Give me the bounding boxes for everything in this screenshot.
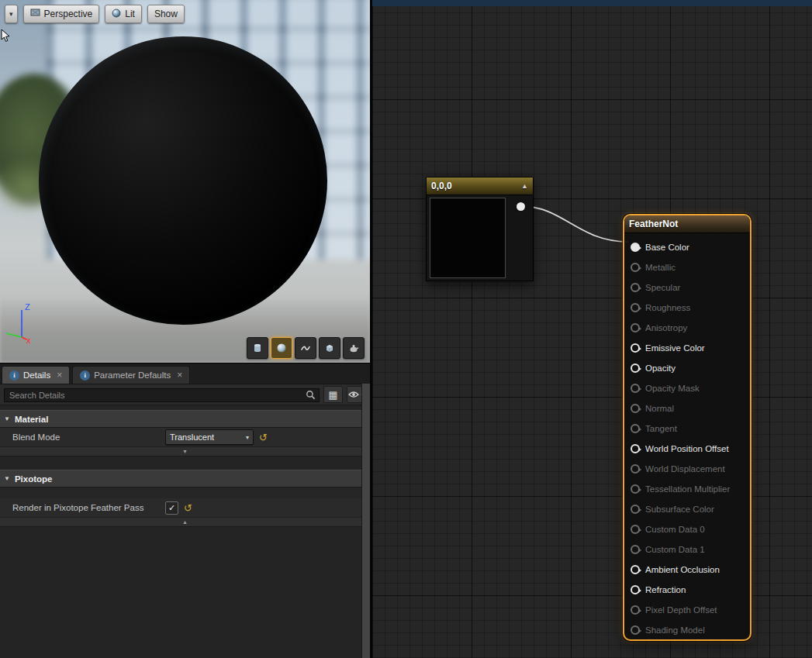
lit-mode-button[interactable]: Lit: [105, 5, 142, 23]
pixotope-section-label: Pixotope: [15, 474, 53, 484]
material-pin-roughness[interactable]: Roughness: [631, 298, 750, 318]
pin-icon[interactable]: [631, 283, 640, 292]
pin-icon[interactable]: [631, 444, 640, 453]
pin-icon[interactable]: [631, 424, 640, 433]
preview-mesh-cube-button[interactable]: [319, 337, 340, 359]
preview-mesh-cylinder-button[interactable]: [247, 337, 268, 359]
spacer-row: [0, 487, 370, 498]
pin-icon[interactable]: [631, 243, 640, 252]
constant-output-pin[interactable]: [517, 202, 525, 211]
pin-icon[interactable]: [631, 545, 640, 554]
material-preview-sphere[interactable]: [39, 36, 327, 325]
search-details-input[interactable]: [4, 388, 320, 402]
pin-icon[interactable]: [631, 384, 640, 393]
unreal-material-editor: ▾ Perspective Lit Show: [0, 0, 812, 658]
material-pin-base-color[interactable]: Base Color: [631, 237, 750, 257]
material-graph-panel[interactable]: 0,0,0 ▲ FeatherNot Base ColorMetallicSpe…: [372, 0, 812, 658]
material-pin-anisotropy[interactable]: Anisotropy: [631, 318, 750, 338]
material-output-node[interactable]: FeatherNot Base ColorMetallicSpecularRou…: [623, 214, 752, 641]
pin-icon[interactable]: [631, 625, 640, 635]
material-pin-world-position-offset[interactable]: World Position Offset: [631, 439, 750, 459]
material-pin-tangent[interactable]: Tangent: [631, 419, 750, 439]
pin-icon[interactable]: [631, 565, 640, 574]
viewport-panel[interactable]: ▾ Perspective Lit Show: [0, 0, 370, 363]
blend-mode-label: Blend Mode: [0, 432, 165, 442]
output-node-pins: Base ColorMetallicSpecularRoughnessAniso…: [624, 233, 750, 640]
material-pin-specular[interactable]: Specular: [631, 277, 750, 298]
preview-mesh-teapot-button[interactable]: [343, 337, 365, 359]
pin-icon[interactable]: [631, 263, 640, 272]
material-pin-custom-data-0[interactable]: Custom Data 0: [631, 519, 750, 539]
material-pin-normal[interactable]: Normal: [631, 398, 750, 419]
material-pin-opacity[interactable]: Opacity: [631, 358, 750, 378]
property-matrix-button[interactable]: ▦: [323, 386, 343, 403]
reset-to-default-icon[interactable]: ↺: [184, 503, 192, 513]
feather-pass-label: Render in Pixotope Feather Pass: [0, 503, 165, 512]
material-pin-pixel-depth-offset[interactable]: Pixel Depth Offset: [631, 600, 750, 620]
reset-to-default-icon[interactable]: ↺: [259, 432, 268, 443]
constant-node-header[interactable]: 0,0,0 ▲: [427, 177, 533, 195]
blend-mode-selected-value: Translucent: [170, 432, 214, 442]
output-node-header[interactable]: FeatherNot: [624, 215, 750, 233]
pin-icon[interactable]: [631, 525, 640, 534]
close-icon[interactable]: ×: [57, 370, 62, 380]
perspective-icon: [30, 9, 40, 19]
pin-label: Custom Data 0: [645, 525, 705, 534]
pin-label: World Displacement: [645, 464, 725, 474]
show-menu-button[interactable]: Show: [147, 5, 185, 23]
advanced-expander[interactable]: ▲: [0, 518, 370, 527]
section-header-pixotope[interactable]: ▼ Pixotope: [0, 470, 370, 487]
blend-mode-row: Blend Mode Translucent ▾ ↺: [0, 428, 370, 447]
pin-label: Ambient Occlusion: [645, 565, 720, 574]
mouse-cursor-icon: [0, 29, 11, 46]
constant-color-node[interactable]: 0,0,0 ▲: [426, 177, 534, 281]
pin-icon[interactable]: [631, 343, 640, 353]
pin-label: World Position Offset: [645, 444, 729, 453]
expand-triangle-icon: ▼: [4, 475, 10, 482]
material-pin-tessellation-multiplier[interactable]: Tessellation Multiplier: [631, 479, 750, 499]
material-pin-ambient-occlusion[interactable]: Ambient Occlusion: [631, 560, 750, 580]
perspective-button[interactable]: Perspective: [23, 5, 100, 23]
material-pin-custom-data-1[interactable]: Custom Data 1: [631, 539, 750, 560]
material-pin-shading-model[interactable]: Shading Model: [631, 620, 750, 640]
preview-mesh-plane-button[interactable]: [295, 337, 316, 359]
material-pin-world-displacement[interactable]: World Displacement: [631, 459, 750, 479]
preview-mesh-sphere-button[interactable]: [271, 337, 292, 359]
graph-top-accent-bar: [372, 0, 812, 6]
pin-icon[interactable]: [631, 505, 640, 514]
blend-mode-dropdown[interactable]: Translucent ▾: [165, 429, 254, 445]
pin-label: Opacity: [645, 363, 676, 373]
pin-icon[interactable]: [631, 484, 640, 494]
pin-icon[interactable]: [631, 323, 640, 332]
pin-icon[interactable]: [631, 363, 640, 373]
advanced-expander[interactable]: ▼: [0, 447, 370, 456]
expander-up-icon: ▲: [182, 519, 188, 525]
feather-pass-checkbox[interactable]: ✓: [165, 501, 178, 515]
material-pin-metallic[interactable]: Metallic: [631, 257, 750, 277]
grid-icon: ▦: [328, 390, 337, 400]
pin-label: Shading Model: [645, 625, 705, 635]
collapse-node-icon[interactable]: ▲: [521, 182, 528, 190]
tab-details[interactable]: i Details ×: [2, 366, 70, 384]
pin-icon[interactable]: [631, 464, 640, 474]
color-swatch[interactable]: [430, 198, 506, 278]
details-scrollbar[interactable]: [361, 384, 370, 658]
details-empty-area: [0, 527, 370, 658]
tab-parameter-defaults[interactable]: i Parameter Defaults ×: [72, 366, 190, 384]
perspective-button-label: Perspective: [44, 9, 93, 19]
section-header-material[interactable]: ▼ Material: [0, 410, 370, 428]
material-pin-opacity-mask[interactable]: Opacity Mask: [631, 378, 750, 398]
close-icon[interactable]: ×: [177, 370, 182, 380]
pin-label: Refraction: [645, 585, 686, 594]
pin-icon[interactable]: [631, 605, 640, 615]
pin-icon[interactable]: [631, 585, 640, 594]
check-icon: ✓: [168, 504, 175, 512]
tab-details-label: Details: [23, 370, 50, 380]
material-pin-refraction[interactable]: Refraction: [631, 580, 750, 600]
material-pin-emissive-color[interactable]: Emissive Color: [631, 338, 750, 358]
pin-icon[interactable]: [631, 303, 640, 312]
feather-pass-value: ✓ ↺: [165, 501, 370, 515]
viewport-options-button[interactable]: ▾: [5, 5, 18, 23]
material-pin-subsurface-color[interactable]: Subsurface Color: [631, 499, 750, 519]
pin-icon[interactable]: [631, 404, 640, 413]
